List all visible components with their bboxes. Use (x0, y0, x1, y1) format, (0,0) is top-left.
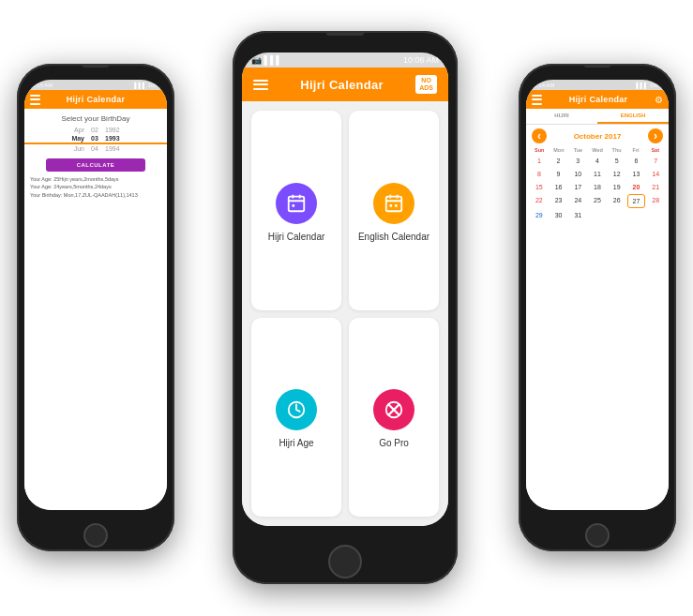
tab-english[interactable]: ENGLISH (597, 109, 669, 124)
hamburger-left[interactable] (30, 95, 40, 105)
english-calendar-icon (373, 183, 414, 224)
status-time-left: 11:15 AM (29, 83, 53, 88)
picker-row-1[interactable]: May 03 1993 (24, 134, 167, 144)
cal-cell-16[interactable]: 16 (550, 181, 568, 193)
hijri-calendar-icon (276, 183, 317, 224)
cal-cell-7[interactable]: 7 (646, 155, 665, 167)
cal-cell-4[interactable]: 4 (588, 155, 607, 167)
cal-cell-empty-1 (588, 209, 607, 221)
cal-cell-25[interactable]: 25 (588, 194, 607, 208)
cal-cell-15[interactable]: 15 (530, 181, 549, 193)
go-pro-icon (373, 389, 414, 430)
result-age-english: Your Age: 24years,5months,24days (24, 183, 167, 190)
phone-left: 11:15 AM ▌▌▌ 100% Hijri Calendar Select … (17, 64, 174, 551)
screen-left: 11:15 AM ▌▌▌ 100% Hijri Calendar Select … (24, 80, 167, 510)
cal-cell-21[interactable]: 21 (646, 181, 665, 193)
cal-cell-3[interactable]: 3 (568, 155, 587, 167)
cal-cell-23[interactable]: 23 (550, 194, 568, 208)
home-button-left[interactable] (83, 523, 108, 548)
grid-card-hijri-age[interactable]: Hijri Age (251, 318, 341, 518)
calendar-tabs: HIJRI ENGLISH (526, 109, 669, 125)
tab-hijri[interactable]: HIJRI (526, 109, 597, 124)
gear-icon-right[interactable]: ⚙ (655, 95, 663, 105)
screen-right: 11:14 AM ▌▌▌ 100% Hijri Calendar ⚙ HIJRI… (526, 80, 669, 510)
grid-card-english-calendar[interactable]: English Calendar (349, 111, 439, 310)
day-name-sun: Sun (530, 147, 550, 153)
status-time-right: 11:14 AM (531, 83, 554, 88)
cal-cell-26[interactable]: 26 (608, 194, 626, 208)
status-bar-right: 11:14 AM ▌▌▌ 100% (526, 80, 669, 90)
cal-cell-2[interactable]: 2 (550, 155, 568, 167)
grid-card-go-pro[interactable]: Go Pro (349, 318, 439, 518)
cal-cell-8[interactable]: 8 (530, 168, 549, 180)
cal-cell-14[interactable]: 14 (646, 168, 665, 180)
speaker-left (83, 64, 109, 68)
picker-day-0: 02 (88, 127, 101, 133)
cal-cell-19[interactable]: 19 (608, 181, 626, 193)
cal-cell-9[interactable]: 9 (550, 168, 568, 180)
picker-day-1: 03 (88, 135, 101, 142)
status-bar-left: 11:15 AM ▌▌▌ 100% (24, 80, 167, 90)
app-title-center: Hijri Calendar (300, 78, 384, 92)
cal-cell-empty-2 (608, 209, 626, 221)
header-center: Hijri Calendar NOADS (242, 68, 448, 101)
phone-center: 📷 ▌▌▌ 10:06 AM Hijri Calendar NOADS Hijr… (233, 31, 458, 584)
picker-row-0[interactable]: Apr 02 1992 (24, 126, 167, 134)
svg-rect-0 (289, 196, 305, 211)
grid-card-hijri-calendar[interactable]: Hijri Calendar (251, 111, 341, 310)
english-calendar-label: English Calendar (358, 232, 429, 242)
cal-cell-12[interactable]: 12 (608, 168, 626, 180)
cal-cell-28[interactable]: 28 (646, 194, 665, 208)
cal-cell-13[interactable]: 13 (627, 168, 646, 180)
home-button-right[interactable] (585, 523, 610, 548)
status-time-center: 10:06 AM (403, 55, 439, 65)
prev-month-button[interactable]: ‹ (532, 128, 547, 143)
cal-cell-29[interactable]: 29 (530, 209, 549, 221)
status-bar-center: 📷 ▌▌▌ 10:06 AM (242, 53, 448, 68)
hamburger-right[interactable] (532, 95, 542, 105)
cal-cell-10[interactable]: 10 (568, 168, 587, 180)
picker-year-0: 1992 (105, 127, 128, 133)
main-grid: Hijri Calendar English Calendar Hijri Ag… (242, 101, 448, 526)
screen-center: 📷 ▌▌▌ 10:06 AM Hijri Calendar NOADS Hijr… (242, 53, 448, 526)
cal-cell-18[interactable]: 18 (588, 181, 607, 193)
picker-month-0: Apr (64, 127, 84, 133)
cal-cell-22[interactable]: 22 (530, 194, 549, 208)
phones-container: 11:15 AM ▌▌▌ 100% Hijri Calendar Select … (0, 0, 693, 616)
hijri-age-label: Hijri Age (279, 438, 313, 448)
go-pro-label: Go Pro (379, 438, 409, 448)
header-right: Hijri Calendar ⚙ (526, 90, 669, 109)
result-age-hijri: Your Age: 25Hijri years,2months,5days (24, 175, 167, 183)
cal-cell-27[interactable]: 27 (627, 194, 646, 208)
cal-cell-20[interactable]: 20 (627, 181, 646, 193)
hijri-calendar-label: Hijri Calendar (268, 232, 325, 242)
next-month-button[interactable]: › (648, 128, 663, 143)
home-button-center[interactable] (328, 545, 362, 578)
day-name-fri: Fri (626, 147, 646, 153)
calendar-grid: 1 2 3 4 5 6 7 8 9 10 11 12 13 14 15 (526, 155, 669, 221)
cal-cell-6[interactable]: 6 (627, 155, 646, 167)
cal-cell-11[interactable]: 11 (588, 168, 607, 180)
svg-rect-4 (292, 204, 294, 207)
hamburger-center[interactable] (253, 80, 268, 90)
month-title: October 2017 (574, 132, 622, 141)
speaker-center (326, 31, 364, 36)
cal-cell-24[interactable]: 24 (568, 194, 587, 208)
svg-rect-9 (389, 204, 392, 207)
calendar-screen: HIJRI ENGLISH ‹ October 2017 › Sun Mon T… (526, 109, 669, 510)
speaker-right (584, 64, 610, 68)
picker-row-2[interactable]: Jun 04 1994 (24, 144, 167, 153)
calendar-nav: ‹ October 2017 › (526, 125, 669, 147)
calculate-button[interactable]: CALCULATE (46, 158, 145, 172)
cal-cell-17[interactable]: 17 (568, 181, 587, 193)
picker-day-2: 04 (88, 145, 101, 152)
cal-cell-30[interactable]: 30 (550, 209, 568, 221)
cal-cell-5[interactable]: 5 (608, 155, 626, 167)
birthday-screen: Select your BirthDay Apr 02 1992 May 03 … (24, 109, 167, 510)
birthday-title: Select your BirthDay (24, 109, 167, 126)
cal-cell-1[interactable]: 1 (530, 155, 549, 167)
picker-year-1: 1993 (105, 135, 128, 142)
day-name-wed: Wed (588, 147, 608, 153)
phone-right: 11:14 AM ▌▌▌ 100% Hijri Calendar ⚙ HIJRI… (519, 64, 676, 551)
cal-cell-31[interactable]: 31 (568, 209, 587, 221)
